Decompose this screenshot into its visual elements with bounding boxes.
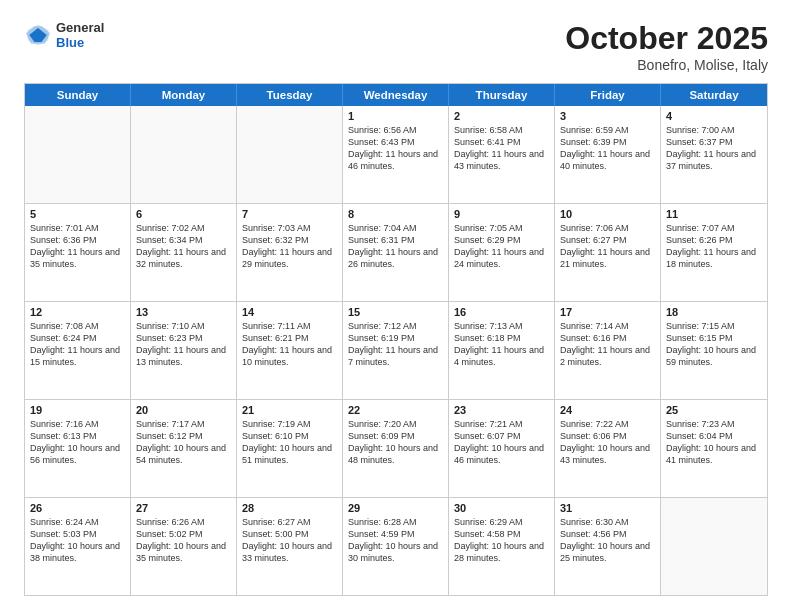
week-row-2: 12Sunrise: 7:08 AM Sunset: 6:24 PM Dayli… <box>25 302 767 400</box>
calendar-cell: 30Sunrise: 6:29 AM Sunset: 4:58 PM Dayli… <box>449 498 555 595</box>
cell-day-number: 23 <box>454 404 549 416</box>
week-row-4: 26Sunrise: 6:24 AM Sunset: 5:03 PM Dayli… <box>25 498 767 595</box>
cell-day-number: 18 <box>666 306 762 318</box>
logo-blue-text: Blue <box>56 35 104 50</box>
cell-day-number: 15 <box>348 306 443 318</box>
cell-day-number: 22 <box>348 404 443 416</box>
cell-info: Sunrise: 7:19 AM Sunset: 6:10 PM Dayligh… <box>242 418 337 467</box>
cell-day-number: 7 <box>242 208 337 220</box>
cell-day-number: 21 <box>242 404 337 416</box>
week-row-3: 19Sunrise: 7:16 AM Sunset: 6:13 PM Dayli… <box>25 400 767 498</box>
calendar-cell: 1Sunrise: 6:56 AM Sunset: 6:43 PM Daylig… <box>343 106 449 203</box>
cell-day-number: 17 <box>560 306 655 318</box>
cell-info: Sunrise: 6:29 AM Sunset: 4:58 PM Dayligh… <box>454 516 549 565</box>
calendar-cell: 24Sunrise: 7:22 AM Sunset: 6:06 PM Dayli… <box>555 400 661 497</box>
calendar-cell: 13Sunrise: 7:10 AM Sunset: 6:23 PM Dayli… <box>131 302 237 399</box>
calendar-cell: 26Sunrise: 6:24 AM Sunset: 5:03 PM Dayli… <box>25 498 131 595</box>
cell-info: Sunrise: 7:17 AM Sunset: 6:12 PM Dayligh… <box>136 418 231 467</box>
cell-info: Sunrise: 7:05 AM Sunset: 6:29 PM Dayligh… <box>454 222 549 271</box>
cell-info: Sunrise: 7:15 AM Sunset: 6:15 PM Dayligh… <box>666 320 762 369</box>
weeks-container: 1Sunrise: 6:56 AM Sunset: 6:43 PM Daylig… <box>25 106 767 595</box>
day-header-thursday: Thursday <box>449 84 555 106</box>
day-header-tuesday: Tuesday <box>237 84 343 106</box>
cell-day-number: 24 <box>560 404 655 416</box>
calendar-cell: 22Sunrise: 7:20 AM Sunset: 6:09 PM Dayli… <box>343 400 449 497</box>
cell-day-number: 3 <box>560 110 655 122</box>
calendar-cell: 10Sunrise: 7:06 AM Sunset: 6:27 PM Dayli… <box>555 204 661 301</box>
logo: General Blue <box>24 20 104 50</box>
logo-icon <box>24 21 52 49</box>
cell-info: Sunrise: 6:56 AM Sunset: 6:43 PM Dayligh… <box>348 124 443 173</box>
cell-info: Sunrise: 7:20 AM Sunset: 6:09 PM Dayligh… <box>348 418 443 467</box>
calendar-cell: 31Sunrise: 6:30 AM Sunset: 4:56 PM Dayli… <box>555 498 661 595</box>
calendar-cell: 16Sunrise: 7:13 AM Sunset: 6:18 PM Dayli… <box>449 302 555 399</box>
cell-info: Sunrise: 7:22 AM Sunset: 6:06 PM Dayligh… <box>560 418 655 467</box>
calendar-cell: 27Sunrise: 6:26 AM Sunset: 5:02 PM Dayli… <box>131 498 237 595</box>
cell-day-number: 28 <box>242 502 337 514</box>
cell-info: Sunrise: 7:21 AM Sunset: 6:07 PM Dayligh… <box>454 418 549 467</box>
cell-day-number: 13 <box>136 306 231 318</box>
cell-day-number: 1 <box>348 110 443 122</box>
cell-day-number: 14 <box>242 306 337 318</box>
cell-info: Sunrise: 7:16 AM Sunset: 6:13 PM Dayligh… <box>30 418 125 467</box>
cell-day-number: 16 <box>454 306 549 318</box>
week-row-0: 1Sunrise: 6:56 AM Sunset: 6:43 PM Daylig… <box>25 106 767 204</box>
cell-info: Sunrise: 6:30 AM Sunset: 4:56 PM Dayligh… <box>560 516 655 565</box>
day-headers: SundayMondayTuesdayWednesdayThursdayFrid… <box>25 84 767 106</box>
calendar-cell <box>131 106 237 203</box>
day-header-wednesday: Wednesday <box>343 84 449 106</box>
calendar-cell: 20Sunrise: 7:17 AM Sunset: 6:12 PM Dayli… <box>131 400 237 497</box>
calendar-cell: 28Sunrise: 6:27 AM Sunset: 5:00 PM Dayli… <box>237 498 343 595</box>
calendar-cell <box>25 106 131 203</box>
cell-day-number: 26 <box>30 502 125 514</box>
calendar-cell: 29Sunrise: 6:28 AM Sunset: 4:59 PM Dayli… <box>343 498 449 595</box>
cell-info: Sunrise: 7:08 AM Sunset: 6:24 PM Dayligh… <box>30 320 125 369</box>
calendar: SundayMondayTuesdayWednesdayThursdayFrid… <box>24 83 768 596</box>
week-row-1: 5Sunrise: 7:01 AM Sunset: 6:36 PM Daylig… <box>25 204 767 302</box>
calendar-cell: 15Sunrise: 7:12 AM Sunset: 6:19 PM Dayli… <box>343 302 449 399</box>
calendar-cell: 8Sunrise: 7:04 AM Sunset: 6:31 PM Daylig… <box>343 204 449 301</box>
cell-info: Sunrise: 7:04 AM Sunset: 6:31 PM Dayligh… <box>348 222 443 271</box>
cell-day-number: 10 <box>560 208 655 220</box>
calendar-cell: 14Sunrise: 7:11 AM Sunset: 6:21 PM Dayli… <box>237 302 343 399</box>
cell-info: Sunrise: 7:13 AM Sunset: 6:18 PM Dayligh… <box>454 320 549 369</box>
cell-info: Sunrise: 7:02 AM Sunset: 6:34 PM Dayligh… <box>136 222 231 271</box>
cell-day-number: 27 <box>136 502 231 514</box>
cell-info: Sunrise: 6:27 AM Sunset: 5:00 PM Dayligh… <box>242 516 337 565</box>
calendar-cell: 6Sunrise: 7:02 AM Sunset: 6:34 PM Daylig… <box>131 204 237 301</box>
logo-general-text: General <box>56 20 104 35</box>
cell-info: Sunrise: 6:24 AM Sunset: 5:03 PM Dayligh… <box>30 516 125 565</box>
cell-day-number: 8 <box>348 208 443 220</box>
cell-info: Sunrise: 7:11 AM Sunset: 6:21 PM Dayligh… <box>242 320 337 369</box>
cell-info: Sunrise: 7:06 AM Sunset: 6:27 PM Dayligh… <box>560 222 655 271</box>
day-header-monday: Monday <box>131 84 237 106</box>
day-header-sunday: Sunday <box>25 84 131 106</box>
cell-day-number: 2 <box>454 110 549 122</box>
cell-day-number: 29 <box>348 502 443 514</box>
calendar-cell: 19Sunrise: 7:16 AM Sunset: 6:13 PM Dayli… <box>25 400 131 497</box>
day-header-saturday: Saturday <box>661 84 767 106</box>
cell-day-number: 19 <box>30 404 125 416</box>
cell-info: Sunrise: 6:58 AM Sunset: 6:41 PM Dayligh… <box>454 124 549 173</box>
cell-day-number: 9 <box>454 208 549 220</box>
cell-info: Sunrise: 7:01 AM Sunset: 6:36 PM Dayligh… <box>30 222 125 271</box>
calendar-cell: 4Sunrise: 7:00 AM Sunset: 6:37 PM Daylig… <box>661 106 767 203</box>
calendar-cell: 3Sunrise: 6:59 AM Sunset: 6:39 PM Daylig… <box>555 106 661 203</box>
subtitle: Bonefro, Molise, Italy <box>565 57 768 73</box>
cell-day-number: 30 <box>454 502 549 514</box>
cell-day-number: 5 <box>30 208 125 220</box>
cell-info: Sunrise: 7:12 AM Sunset: 6:19 PM Dayligh… <box>348 320 443 369</box>
cell-info: Sunrise: 6:28 AM Sunset: 4:59 PM Dayligh… <box>348 516 443 565</box>
calendar-cell: 23Sunrise: 7:21 AM Sunset: 6:07 PM Dayli… <box>449 400 555 497</box>
title-block: October 2025 Bonefro, Molise, Italy <box>565 20 768 73</box>
cell-info: Sunrise: 6:26 AM Sunset: 5:02 PM Dayligh… <box>136 516 231 565</box>
cell-day-number: 12 <box>30 306 125 318</box>
cell-info: Sunrise: 7:00 AM Sunset: 6:37 PM Dayligh… <box>666 124 762 173</box>
calendar-cell: 17Sunrise: 7:14 AM Sunset: 6:16 PM Dayli… <box>555 302 661 399</box>
month-title: October 2025 <box>565 20 768 57</box>
logo-text: General Blue <box>56 20 104 50</box>
cell-info: Sunrise: 7:14 AM Sunset: 6:16 PM Dayligh… <box>560 320 655 369</box>
calendar-cell: 11Sunrise: 7:07 AM Sunset: 6:26 PM Dayli… <box>661 204 767 301</box>
cell-day-number: 20 <box>136 404 231 416</box>
cell-day-number: 25 <box>666 404 762 416</box>
